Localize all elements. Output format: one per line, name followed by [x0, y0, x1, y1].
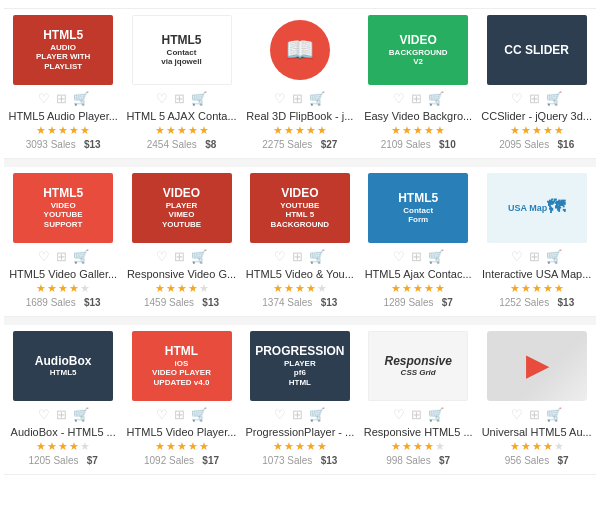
cart-icon[interactable]: 🛒 — [73, 249, 89, 264]
star-half: ★ — [317, 440, 327, 453]
product-thumbnail[interactable]: HTMLiOSVIDEO PLAYERUPDATED v4.0 — [132, 331, 232, 401]
preview-icon[interactable]: ⊞ — [411, 407, 422, 422]
product-item-14[interactable]: ResponsiveCSS Grid ♡ ⊞ 🛒 Responsive HTML… — [359, 325, 477, 475]
product-item-2[interactable]: HTML5Contactvia jqowell ♡ ⊞ 🛒 HTML 5 AJA… — [122, 8, 240, 159]
product-price: $7 — [442, 297, 453, 308]
preview-icon[interactable]: ⊞ — [174, 407, 185, 422]
cart-icon[interactable]: 🛒 — [309, 91, 325, 106]
product-item-8[interactable]: VIDEOYOUTUBEHTML 5BACKGROUND ♡ ⊞ 🛒 HTML5… — [241, 167, 359, 317]
product-price: $7 — [87, 455, 98, 466]
cart-icon[interactable]: 🛒 — [428, 91, 444, 106]
preview-icon[interactable]: ⊞ — [292, 249, 303, 264]
action-bar: ♡ ⊞ 🛒 — [156, 91, 207, 106]
product-item-4[interactable]: VIDEOBACKGROUNDV2 ♡ ⊞ 🛒 Easy Video Backg… — [359, 8, 477, 159]
product-item-10[interactable]: USA Map 🗺 ♡ ⊞ 🛒 Interactive USA Map... ★… — [477, 167, 596, 317]
cart-icon[interactable]: 🛒 — [191, 407, 207, 422]
star-half: ★ — [435, 282, 445, 295]
heart-icon[interactable]: ♡ — [511, 407, 523, 422]
cart-icon[interactable]: 🛒 — [428, 249, 444, 264]
heart-icon[interactable]: ♡ — [393, 91, 405, 106]
product-meta: 1073 Sales $13 — [262, 455, 337, 466]
product-thumbnail[interactable]: HTML5AUDIOPLAYER WITHPLAYLIST — [13, 15, 113, 85]
heart-icon[interactable]: ♡ — [511, 249, 523, 264]
cart-icon[interactable]: 🛒 — [73, 91, 89, 106]
preview-icon[interactable]: ⊞ — [56, 407, 67, 422]
star-full: ★ — [58, 440, 68, 453]
product-thumbnail[interactable]: HTML5ContactForm — [368, 173, 468, 243]
star-full: ★ — [47, 124, 57, 137]
preview-icon[interactable]: ⊞ — [529, 249, 540, 264]
heart-icon[interactable]: ♡ — [156, 249, 168, 264]
product-thumbnail[interactable]: HTML5Contactvia jqowell — [132, 15, 232, 85]
product-item-6[interactable]: HTML5VIDEOYOUTUBESUPPORT ♡ ⊞ 🛒 HTML5 Vid… — [4, 167, 122, 317]
product-thumbnail[interactable]: VIDEOBACKGROUNDV2 — [368, 15, 468, 85]
heart-icon[interactable]: ♡ — [274, 91, 286, 106]
star-full: ★ — [155, 124, 165, 137]
star-half: ★ — [199, 440, 209, 453]
product-thumbnail[interactable]: 📖 — [250, 15, 350, 85]
star-full: ★ — [543, 282, 553, 295]
heart-icon[interactable]: ♡ — [393, 249, 405, 264]
product-item-3[interactable]: 📖 ♡ ⊞ 🛒 Real 3D FlipBook - j... ★★★★★ 22… — [241, 8, 359, 159]
heart-icon[interactable]: ♡ — [38, 407, 50, 422]
preview-icon[interactable]: ⊞ — [411, 91, 422, 106]
star-rating: ★★★★★ — [36, 282, 90, 295]
action-bar: ♡ ⊞ 🛒 — [156, 407, 207, 422]
star-full: ★ — [36, 440, 46, 453]
heart-icon[interactable]: ♡ — [38, 249, 50, 264]
product-thumbnail[interactable]: ▶ — [487, 331, 587, 401]
preview-icon[interactable]: ⊞ — [292, 91, 303, 106]
product-price: $8 — [205, 139, 216, 150]
product-item-15[interactable]: ▶ ♡ ⊞ 🛒 Universal HTML5 Au... ★★★★★ 956 … — [477, 325, 596, 475]
heart-icon[interactable]: ♡ — [38, 91, 50, 106]
star-full: ★ — [413, 124, 423, 137]
cart-icon[interactable]: 🛒 — [191, 249, 207, 264]
star-half: ★ — [199, 124, 209, 137]
preview-icon[interactable]: ⊞ — [56, 249, 67, 264]
star-rating: ★★★★★ — [36, 124, 90, 137]
heart-icon[interactable]: ♡ — [274, 249, 286, 264]
product-thumbnail[interactable]: HTML5VIDEOYOUTUBESUPPORT — [13, 173, 113, 243]
preview-icon[interactable]: ⊞ — [174, 91, 185, 106]
product-meta: 1289 Sales $7 — [383, 297, 453, 308]
product-item-1[interactable]: HTML5AUDIOPLAYER WITHPLAYLIST ♡ ⊞ 🛒 HTML… — [4, 8, 122, 159]
cart-icon[interactable]: 🛒 — [428, 407, 444, 422]
heart-icon[interactable]: ♡ — [511, 91, 523, 106]
product-thumbnail[interactable]: ResponsiveCSS Grid — [368, 331, 468, 401]
product-item-12[interactable]: HTMLiOSVIDEO PLAYERUPDATED v4.0 ♡ ⊞ 🛒 HT… — [122, 325, 240, 475]
product-item-5[interactable]: CC SLIDER ♡ ⊞ 🛒 CCSlider - jQuery 3d... … — [477, 8, 596, 159]
preview-icon[interactable]: ⊞ — [56, 91, 67, 106]
heart-icon[interactable]: ♡ — [274, 407, 286, 422]
product-item-11[interactable]: AudioBoxHTML5 ♡ ⊞ 🛒 AudioBox - HTML5 ...… — [4, 325, 122, 475]
preview-icon[interactable]: ⊞ — [174, 249, 185, 264]
product-title: Universal HTML5 Au... — [481, 426, 592, 438]
cart-icon[interactable]: 🛒 — [546, 249, 562, 264]
star-half: ★ — [435, 124, 445, 137]
preview-icon[interactable]: ⊞ — [411, 249, 422, 264]
heart-icon[interactable]: ♡ — [156, 407, 168, 422]
cart-icon[interactable]: 🛒 — [546, 91, 562, 106]
cart-icon[interactable]: 🛒 — [309, 407, 325, 422]
product-thumbnail[interactable]: VIDEOPLAYERVIMEOYOUTUBE — [132, 173, 232, 243]
cart-icon[interactable]: 🛒 — [191, 91, 207, 106]
star-full: ★ — [413, 282, 423, 295]
product-title: CCSlider - jQuery 3d... — [481, 110, 592, 122]
cart-icon[interactable]: 🛒 — [309, 249, 325, 264]
preview-icon[interactable]: ⊞ — [529, 407, 540, 422]
product-item-7[interactable]: VIDEOPLAYERVIMEOYOUTUBE ♡ ⊞ 🛒 Responsive… — [122, 167, 240, 317]
heart-icon[interactable]: ♡ — [156, 91, 168, 106]
product-thumbnail[interactable]: VIDEOYOUTUBEHTML 5BACKGROUND — [250, 173, 350, 243]
product-thumbnail[interactable]: CC SLIDER — [487, 15, 587, 85]
product-thumbnail[interactable]: USA Map 🗺 — [487, 173, 587, 243]
cart-icon[interactable]: 🛒 — [73, 407, 89, 422]
heart-icon[interactable]: ♡ — [393, 407, 405, 422]
preview-icon[interactable]: ⊞ — [292, 407, 303, 422]
product-item-9[interactable]: HTML5ContactForm ♡ ⊞ 🛒 HTML5 Ajax Contac… — [359, 167, 477, 317]
star-rating: ★★★★★ — [510, 282, 564, 295]
product-item-13[interactable]: PROGRESSIONPLAYERpf6HTML ♡ ⊞ 🛒 Progressi… — [241, 325, 359, 475]
product-thumbnail[interactable]: AudioBoxHTML5 — [13, 331, 113, 401]
product-thumbnail[interactable]: PROGRESSIONPLAYERpf6HTML — [250, 331, 350, 401]
cart-icon[interactable]: 🛒 — [546, 407, 562, 422]
action-bar: ♡ ⊞ 🛒 — [393, 407, 444, 422]
preview-icon[interactable]: ⊞ — [529, 91, 540, 106]
